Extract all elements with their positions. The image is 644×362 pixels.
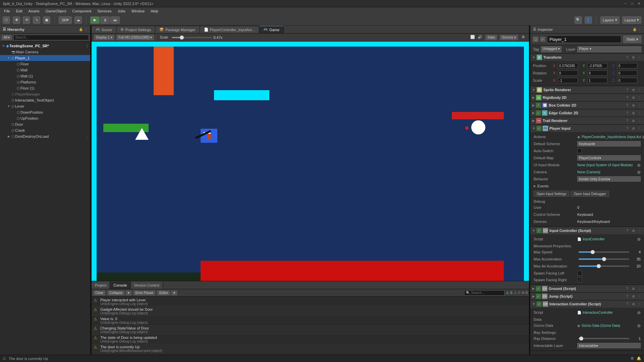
tree-item-platforms[interactable]: ⬡ Platforms [0, 79, 90, 85]
ic2-help-btn[interactable]: ? [625, 301, 630, 307]
jump-enable-check[interactable]: ✓ [536, 294, 541, 299]
sprite-more-btn[interactable]: ⋮ [637, 87, 642, 93]
tab-game[interactable]: 🎮 Game [259, 26, 284, 33]
actions-pick-icon[interactable]: ◎ [642, 135, 644, 139]
max-speed-slider[interactable] [579, 251, 629, 253]
ic-more-btn[interactable]: ⋮ [637, 228, 642, 233]
max-air-accel-thumb[interactable] [597, 264, 601, 268]
mute-icon[interactable]: 🔊 [478, 35, 483, 40]
ic-script-pick[interactable]: ◎ [637, 237, 641, 241]
ic2-settings-btn[interactable]: ⚙ [631, 301, 636, 307]
rb2d-more-btn[interactable]: ⋮ [637, 95, 642, 100]
ic2-enable-check[interactable]: ✓ [537, 302, 541, 306]
ray-dist-slider[interactable] [579, 338, 629, 339]
transform-tool-4[interactable]: ⤡ [33, 16, 40, 24]
events-row[interactable]: ▶ Events [533, 183, 641, 189]
menu-help[interactable]: Help [148, 8, 161, 14]
transform-tool-5[interactable]: ▣ [43, 16, 50, 24]
ic2-script-pick[interactable]: ◎ [637, 310, 641, 315]
pos-y-input[interactable] [587, 63, 607, 68]
console-clear-btn[interactable]: Clear [93, 290, 106, 296]
error-pause-btn[interactable]: Error Pause [133, 290, 156, 296]
interactable-layer-dropdown[interactable]: Interactable ▾ [577, 343, 641, 348]
auto-switch-check[interactable] [577, 148, 582, 153]
inspector-menu-icon[interactable]: ☰ [533, 27, 536, 32]
scale-slider[interactable] [172, 37, 212, 38]
pos-x-input[interactable] [558, 63, 578, 68]
transform-tool-3[interactable]: ⟲ [23, 16, 30, 24]
object-name-input[interactable] [547, 36, 621, 43]
minimize-button[interactable]: ─ [623, 1, 628, 6]
rb2d-settings-btn[interactable]: ⚙ [631, 95, 636, 100]
max-air-accel-slider[interactable] [579, 265, 629, 267]
maximize-view-icon[interactable]: ⬜ [470, 35, 476, 40]
sprite-help-btn[interactable]: ? [625, 87, 630, 93]
ground-settings-btn[interactable]: ⚙ [631, 286, 636, 291]
transform-help-btn[interactable]: ? [625, 55, 630, 60]
tree-item-wall[interactable]: ⬡ Wall [0, 67, 90, 73]
console-entry-2[interactable]: ⚠ Gadget Affected should be Door UnityEn… [92, 307, 529, 316]
tab-console[interactable]: Console [110, 282, 130, 289]
tab-scene[interactable]: 🎮 Scene [92, 26, 116, 33]
bc2d-help-btn[interactable]: ? [625, 103, 630, 108]
spawn-right-check[interactable]: ✓ [577, 278, 582, 282]
tree-item-player1[interactable]: ▼ ⬡ Player_1 [0, 55, 90, 61]
tab-package-manager[interactable]: 📦 Package Manager [155, 26, 200, 33]
tree-item-main-camera[interactable]: 📷 Main Camera [0, 49, 90, 55]
maximize-button[interactable]: □ [630, 1, 635, 6]
hierarchy-add-btn[interactable]: All ▾ [1, 35, 12, 40]
trail-help-btn[interactable]: ? [625, 118, 630, 123]
default-scheme-dropdown[interactable]: Keyboard ▾ [577, 141, 641, 146]
tree-arrow-scene[interactable]: ▼ [1, 44, 5, 48]
rot-x-input[interactable] [558, 70, 578, 76]
ec2d-enable-check[interactable]: ✓ [536, 111, 541, 115]
close-button[interactable]: ✕ [637, 1, 641, 6]
step-button[interactable]: ⏭ [110, 16, 120, 24]
inspector-lock-icon[interactable]: 🔒 [633, 27, 637, 31]
pi-enable-check[interactable]: ✓ [537, 126, 541, 131]
default-map-dropdown[interactable]: PlayerControl ▾ [577, 155, 641, 161]
console-search[interactable] [464, 290, 504, 296]
dontdestroy-arrow[interactable]: ▶ [7, 135, 11, 138]
tab-player-controller[interactable]: 📄 PlayerController_InputAct... [200, 26, 260, 33]
camera-pick[interactable]: ◎ [637, 170, 641, 174]
scale-x-input[interactable] [558, 78, 578, 83]
max-accel-thumb[interactable] [602, 257, 606, 261]
hierarchy-more-icon[interactable]: ⋮ [84, 27, 88, 31]
scale-y-input[interactable] [587, 78, 607, 83]
inspector-more-icon[interactable]: ⋮ [638, 27, 641, 31]
console-entry-1[interactable]: ⚠ Player interacted with Lever UnityEngi… [92, 297, 529, 307]
sprite-renderer-header[interactable]: ▼ 🖼 Sprite Renderer ? ⚙ ⋮ [530, 86, 644, 94]
hierarchy-lock-icon[interactable]: 🔒 [79, 27, 83, 31]
tree-item-dontdestroy[interactable]: ▶ ⬡ DontDestroyOnLoad ⋮ [0, 133, 90, 139]
pi-more-btn[interactable]: ⋮ [637, 126, 642, 131]
ui-input-pick[interactable]: ◎ [637, 163, 641, 167]
account-button[interactable]: 👤 [585, 16, 592, 24]
menu-component[interactable]: Component [69, 8, 94, 14]
player-input-header[interactable]: ▼ ✓ 🎮 Player Input ? ⚙ ⋮ [530, 125, 644, 132]
menu-gameobject[interactable]: GameObject [43, 8, 69, 14]
transform-tool-1[interactable]: ⬡ [3, 16, 10, 24]
open-input-debugger-btn[interactable]: Open Input Debugger [571, 191, 609, 197]
layout-dropdown[interactable]: Layout ▾ [622, 16, 641, 24]
ic2-more-btn[interactable]: ⋮ [637, 301, 642, 307]
jump-help-btn[interactable]: ? [625, 294, 630, 299]
ground-enable-check[interactable]: ✓ [536, 286, 541, 291]
hierarchy-search[interactable] [13, 35, 89, 40]
sprite-settings-btn[interactable]: ⚙ [631, 87, 636, 93]
player1-arrow[interactable]: ▼ [7, 56, 11, 60]
tree-item-crank[interactable]: ⬡ Crank [0, 127, 90, 133]
max-speed-thumb[interactable] [591, 250, 595, 254]
ground-help-btn[interactable]: ? [625, 286, 630, 291]
rigidbody2d-header[interactable]: ▶ ◎ Rigidbody 2D ? ⚙ ⋮ [530, 94, 644, 101]
static-button[interactable]: Static ▾ [623, 36, 641, 43]
console-entry-4[interactable]: ⚠ Changing State/Value of Door UnityEngi… [92, 325, 529, 335]
transform-settings-btn[interactable]: ⚙ [631, 55, 636, 60]
menu-window[interactable]: Window [129, 8, 147, 14]
scale-z-input[interactable] [617, 78, 637, 83]
tab-project-settings[interactable]: ⚙ Project Settings [116, 26, 155, 33]
tree-item-lever[interactable]: ▼ ⬡ Lever [0, 103, 90, 109]
max-accel-slider[interactable] [579, 258, 629, 260]
pos-z-input[interactable] [617, 63, 637, 68]
resolution-dropdown[interactable]: Full HD (644x362) ▾ [116, 35, 154, 41]
